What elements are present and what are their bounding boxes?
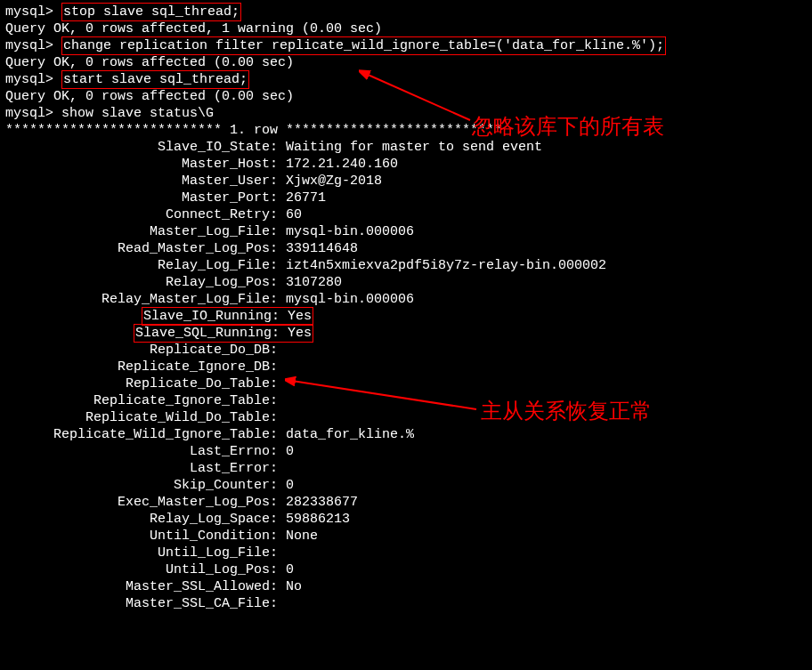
boxed-status: Slave_IO_Running: Yes — [142, 307, 313, 326]
terminal-line: Query OK, 0 rows affected, 1 warning (0.… — [5, 20, 807, 37]
boxed-command: change replication filter replicate_wild… — [61, 36, 666, 55]
terminal-line: Skip_Counter: 0 — [5, 477, 807, 494]
boxed-status: Slave_SQL_Running: Yes — [134, 324, 313, 343]
boxed-command: stop slave sql_thread; — [61, 3, 241, 21]
terminal-line: mysql> start slave sql_thread; — [5, 71, 807, 88]
terminal-line: Query OK, 0 rows affected (0.00 sec) — [5, 54, 807, 71]
terminal-line: Slave_SQL_Running: Yes — [5, 325, 807, 342]
terminal-line: Until_Log_File: — [5, 545, 807, 561]
terminal-line: mysql> stop slave sql_thread; — [5, 4, 807, 20]
terminal-line: Exec_Master_Log_Pos: 282338677 — [5, 494, 807, 511]
terminal-line: Read_Master_Log_Pos: 339114648 — [5, 240, 807, 257]
terminal-line: Replicate_Ignore_DB: — [5, 359, 807, 375]
terminal-line: Relay_Log_Space: 59886213 — [5, 511, 807, 528]
terminal-line: Connect_Retry: 60 — [5, 206, 807, 223]
annotation-replication-ok: 主从关系恢复正常 — [481, 400, 652, 422]
terminal-line: Slave_IO_Running: Yes — [5, 308, 807, 325]
terminal-line: Replicate_Wild_Ignore_Table: data_for_kl… — [5, 426, 807, 443]
terminal-line: Master_Host: 172.21.240.160 — [5, 156, 807, 173]
terminal-line: Relay_Master_Log_File: mysql-bin.000006 — [5, 291, 807, 308]
terminal-line: Master_Port: 26771 — [5, 190, 807, 206]
terminal-line: Last_Errno: 0 — [5, 443, 807, 460]
terminal-line: Replicate_Wild_Do_Table: — [5, 409, 807, 426]
terminal-line: Relay_Log_Pos: 3107280 — [5, 274, 807, 291]
terminal-line: *************************** 1. row *****… — [5, 122, 807, 139]
terminal-line: Slave_IO_State: Waiting for master to se… — [5, 139, 807, 156]
terminal-line: Master_Log_File: mysql-bin.000006 — [5, 223, 807, 240]
terminal-line: mysql> show slave status\G — [5, 105, 807, 122]
terminal-line: Replicate_Do_Table: — [5, 375, 807, 392]
terminal-line: Last_Error: — [5, 460, 807, 477]
terminal-line: mysql> change replication filter replica… — [5, 37, 807, 54]
terminal-line: Until_Condition: None — [5, 528, 807, 545]
terminal-line: Query OK, 0 rows affected (0.00 sec) — [5, 88, 807, 105]
terminal-line: Replicate_Ignore_Table: — [5, 392, 807, 409]
terminal-line: Relay_Log_File: izt4n5xmiexva2pdf5i8y7z-… — [5, 257, 807, 274]
terminal-line: Until_Log_Pos: 0 — [5, 561, 807, 578]
boxed-command: start slave sql_thread; — [61, 70, 249, 89]
terminal-line: Master_SSL_CA_File: — [5, 595, 807, 612]
terminal-line: Replicate_Do_DB: — [5, 342, 807, 359]
terminal-line: Master_User: Xjwx@Zg-2018 — [5, 173, 807, 190]
terminal-output: mysql> stop slave sql_thread;Query OK, 0… — [5, 4, 807, 612]
terminal-line: Master_SSL_Allowed: No — [5, 578, 807, 595]
annotation-ignore-tables: 忽略该库下的所有表 — [472, 116, 664, 137]
